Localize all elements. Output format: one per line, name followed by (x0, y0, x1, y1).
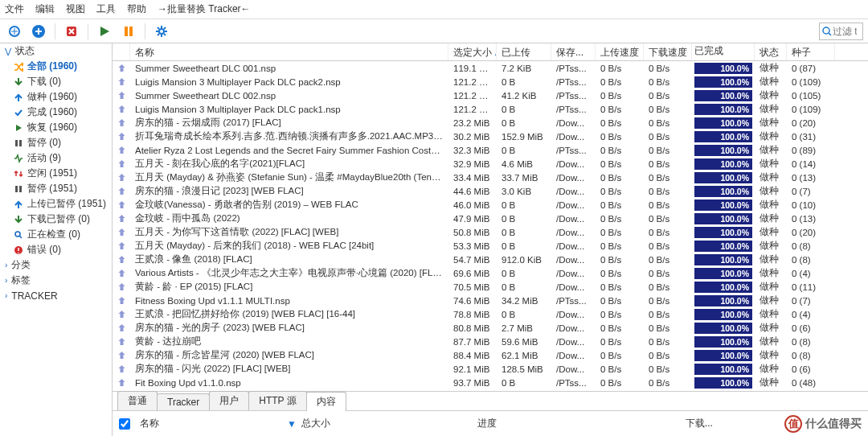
sidebar-item[interactable]: 正在检查 (0) (0, 227, 112, 242)
table-row[interactable]: 金玟岐(Vanessa) - 勇敢者的告别 (2019) – WEB FLAC4… (113, 198, 868, 212)
menu-help[interactable]: 帮助 (127, 2, 146, 16)
detail-tab-0[interactable]: 普通 (117, 391, 158, 410)
col-uploaded[interactable]: 已上传 (497, 43, 551, 60)
cell-path: /Dow... (551, 172, 596, 183)
col-status[interactable]: 状态 (755, 43, 787, 60)
filter-box[interactable] (819, 23, 863, 40)
main-panel: 名称 选定大小▲ 已上传 保存... 上传速度 下载速度 已完成 状态 种子 S… (113, 43, 868, 436)
content-select-all[interactable] (119, 418, 130, 430)
sidebar-item-label: 恢复 (1960) (27, 121, 77, 134)
cell-uploaded: 0 B (497, 377, 551, 389)
content-col-size[interactable]: 总大小 (301, 417, 350, 430)
delete-button[interactable] (60, 21, 83, 42)
cell-uploaded: 7.2 KiB (497, 63, 551, 74)
sidebar-item[interactable]: 暂停 (0) (0, 135, 112, 150)
cell-uspd: 0 B/s (596, 364, 644, 375)
table-row[interactable]: 黄龄 - 达拉崩吧87.7 MiB59.6 MiB/Dow...0 B/s0 B… (113, 335, 868, 348)
filter-input[interactable] (833, 26, 857, 37)
table-row[interactable]: 房东的猫 - 闪光 (2022) [FLAC] [WEB]92.1 MiB128… (113, 362, 868, 376)
cell-status: 做种 (755, 335, 787, 348)
sidebar-item-label: 正在检查 (0) (27, 228, 80, 241)
table-row[interactable]: Fitness Boxing Upd v1.1.1 MULTI.nsp74.6 … (113, 294, 868, 307)
sidebar-item[interactable]: 活动 (9) (0, 150, 112, 166)
col-name[interactable]: 名称 (130, 43, 448, 60)
cell-uspd: 0 B/s (596, 295, 644, 306)
sidebar-item[interactable]: 恢复 (1960) (0, 120, 112, 135)
cell-seeds: 0 (109) (787, 76, 835, 88)
table-row[interactable]: 金玟岐 - 雨中孤岛 (2022)47.9 MiB0 B/Dow...0 B/s… (113, 212, 868, 225)
sidebar-item[interactable]: 暂停 (1951) (0, 181, 112, 196)
table-row[interactable]: 房东的猫 - 光的房子 (2023) [WEB FLAC]80.8 MiB2.7… (113, 321, 868, 335)
chevron-icon: › (5, 276, 7, 285)
add-link-button[interactable] (3, 21, 26, 42)
detail-tab-1[interactable]: Tracker (157, 393, 210, 410)
sidebar-item[interactable]: 空闲 (1951) (0, 166, 112, 181)
progress-bar: 100.0% (694, 241, 752, 252)
torrent-list[interactable]: Summer Sweetheart DLC 001.nsp119.1 KiB7.… (113, 61, 868, 391)
table-row[interactable]: Atelier Ryza 2 Lost Legends and the Secr… (113, 143, 868, 157)
col-done[interactable]: 已完成 (692, 43, 755, 60)
table-row[interactable]: 五月天 - 为你写下这首情歌 (2022) [FLAC] [WEB]50.8 M… (113, 225, 868, 239)
table-row[interactable]: 五月天 (Mayday) & 孙燕姿 (Stefanie Sun) - 温柔 #… (113, 171, 868, 184)
sidebar-section-状态[interactable]: ⋁状态 (0, 43, 112, 59)
menu-file[interactable]: 文件 (5, 2, 24, 16)
table-row[interactable]: 王贰浪 - 像鱼 (2018) [FLAC]54.7 MiB912.0 KiB/… (113, 253, 868, 266)
settings-button[interactable] (150, 21, 173, 42)
table-row[interactable]: 五月天 - 刻在我心底的名字(2021)[FLAC]32.9 MiB4.6 Mi… (113, 157, 868, 171)
sidebar-item[interactable]: 上传已暂停 (1951) (0, 196, 112, 212)
table-row[interactable]: 王贰浪 - 把回忆拼好给你 (2019) [WEB FLAC] [16-44]7… (113, 307, 868, 321)
cell-name: 房东的猫 - 光的房子 (2023) [WEB FLAC] (130, 321, 448, 335)
menu-view[interactable]: 视图 (66, 2, 85, 16)
progress-bar: 100.0% (694, 364, 752, 375)
cell-name: 王贰浪 - 把回忆拼好给你 (2019) [WEB FLAC] [16-44] (130, 307, 448, 321)
col-save-path[interactable]: 保存... (551, 43, 596, 60)
sidebar-item[interactable]: 做种 (1960) (0, 89, 112, 105)
detail-tab-4[interactable]: 内容 (306, 392, 346, 411)
table-row[interactable]: 房东的猫 - 浪漫日记 [2023] [WEB FLAC]44.6 MiB3.0… (113, 184, 868, 198)
table-row[interactable]: 房东的猫 - 云烟成雨 (2017) [FLAC]23.2 MiB0 B/Dow… (113, 116, 868, 130)
detail-tab-3[interactable]: HTTP 源 (248, 391, 306, 410)
table-row[interactable]: Summer Sweetheart DLC 001.nsp119.1 KiB7.… (113, 61, 868, 75)
content-col-name[interactable]: 名称 (140, 417, 159, 430)
sidebar-item-label: 暂停 (0) (27, 136, 61, 150)
col-down-speed[interactable]: 下载速度 (644, 43, 692, 60)
menu-batch-tracker[interactable]: →批量替换 Tracker← (158, 2, 251, 16)
table-row[interactable]: Summer Sweetheart DLC 002.nsp121.2 KiB41… (113, 88, 868, 102)
resume-button[interactable] (93, 21, 116, 42)
cell-status: 做种 (755, 239, 787, 253)
table-row[interactable]: 房东的猫 - 所念皆星河 (2020) [WEB FLAC]88.4 MiB62… (113, 348, 868, 362)
table-row[interactable]: Luigis Mansion 3 Multiplayer Pack DLC pa… (113, 75, 868, 88)
cell-uploaded: 0 B (497, 199, 551, 211)
col-seeds[interactable]: 种子 (787, 43, 835, 60)
cell-dspd: 0 B/s (644, 145, 692, 156)
add-torrent-button[interactable] (27, 21, 50, 42)
sidebar-item[interactable]: 下载 (0) (0, 74, 112, 89)
table-row[interactable]: 黄龄 - 龄 · EP (2015) [FLAC]70.5 MiB0 B/Dow… (113, 280, 868, 294)
cell-uploaded: 34.2 MiB (497, 295, 551, 306)
sidebar-item[interactable]: 错误 (0) (0, 242, 112, 257)
col-up-speed[interactable]: 上传速度 (596, 43, 644, 60)
table-row[interactable]: 折耳兔瑞奇成长绘本系列.吉多.范.西纳顿.演播有声多多.2021.AAC.MP3… (113, 130, 868, 143)
seeding-icon (117, 337, 126, 346)
cell-name: 黄龄 - 龄 · EP (2015) [FLAC] (130, 280, 448, 294)
sidebar-item[interactable]: 完成 (1960) (0, 105, 112, 120)
sidebar-section-分类[interactable]: ›分类 (0, 257, 112, 273)
table-row[interactable]: Luigis Mansion 3 Multiplayer Pack DLC pa… (113, 102, 868, 116)
content-col-dspd[interactable]: 下载... (686, 417, 734, 430)
menu-edit[interactable]: 编辑 (35, 2, 55, 16)
error-icon (13, 245, 23, 255)
cell-uploaded: 128.5 MiB (497, 364, 551, 375)
table-row[interactable]: Various Artists - 《北灵少年志之大主宰》电视原声带·心境篇 (… (113, 266, 868, 280)
col-size[interactable]: 选定大小▲ (448, 43, 497, 60)
table-row[interactable]: Fit Boxing Upd v1.1.0.nsp93.7 MiB0 B/PTs… (113, 376, 868, 389)
sidebar-section-TRACKER[interactable]: ›TRACKER (0, 288, 112, 303)
sidebar-section-标签[interactable]: ›标签 (0, 273, 112, 288)
sidebar-item[interactable]: 下载已暂停 (0) (0, 212, 112, 227)
detail-tab-2[interactable]: 用户 (209, 391, 249, 410)
table-row[interactable]: 五月天 (Mayday) - 后来的我们 (2018) - WEB FLAC [… (113, 239, 868, 253)
svg-rect-8 (19, 140, 22, 146)
content-col-progress[interactable]: 进度 (477, 417, 558, 430)
pause-button[interactable] (117, 21, 140, 42)
sidebar-item[interactable]: 全部 (1960) (0, 59, 112, 74)
menu-tools[interactable]: 工具 (96, 2, 116, 16)
